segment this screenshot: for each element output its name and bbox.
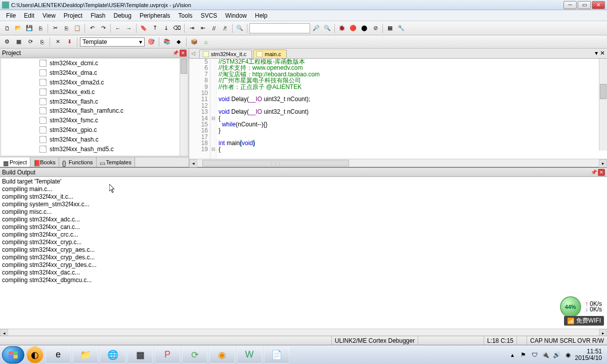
breakpoint-toggle-icon[interactable]: ⬤ bbox=[359, 23, 369, 33]
task-app-icon[interactable]: ▦ bbox=[127, 346, 153, 363]
start-button[interactable] bbox=[2, 346, 24, 363]
task-ie-icon[interactable]: e bbox=[46, 346, 71, 363]
menu-peripherals[interactable]: Peripherals bbox=[136, 11, 175, 20]
tab-nav-left-icon[interactable]: ◁ bbox=[191, 51, 195, 56]
task-explorer-icon[interactable]: 📁 bbox=[73, 346, 98, 363]
menu-edit[interactable]: Edit bbox=[20, 11, 38, 20]
nav-back-icon[interactable]: ← bbox=[113, 23, 123, 33]
save-icon[interactable]: 💾 bbox=[24, 23, 34, 33]
menu-debug[interactable]: Debug bbox=[110, 11, 136, 20]
maximize-button[interactable]: ▭ bbox=[578, 1, 591, 9]
tree-file[interactable]: stm32f4xx_fsmc.c bbox=[1, 116, 188, 125]
code-editor[interactable]: 5678910111213141516171819 ⊟⊟ //STM32F4工程… bbox=[189, 59, 607, 159]
tray-vol-icon[interactable]: 🔊 bbox=[553, 351, 561, 359]
tab-menu-icon[interactable]: ▾ bbox=[595, 50, 598, 57]
editor-tab[interactable]: main.c bbox=[253, 50, 286, 58]
incremental-find-icon[interactable]: 🔍 bbox=[322, 23, 332, 33]
editor-hscroll[interactable]: ◂ ⋮⋮⋮ ▸ bbox=[189, 159, 607, 167]
uncomment-icon[interactable]: /! bbox=[220, 23, 230, 33]
breakpoint-disable-icon[interactable]: ⊘ bbox=[370, 23, 380, 33]
menu-svcs[interactable]: SVCS bbox=[197, 11, 222, 20]
stop-build-icon[interactable]: ⨯ bbox=[53, 37, 63, 47]
tree-file[interactable]: stm32f4xx_dma.c bbox=[1, 68, 188, 78]
find-in-files-icon[interactable]: 🔍 bbox=[235, 23, 245, 33]
translate-icon[interactable]: ⚙ bbox=[2, 37, 12, 47]
build-output-text[interactable]: Build target 'Template'compiling main.c.… bbox=[0, 177, 607, 329]
task-word-icon[interactable]: W bbox=[237, 346, 262, 363]
close-pane-icon[interactable]: ✕ bbox=[598, 169, 605, 176]
redo-icon[interactable]: ↷ bbox=[98, 23, 108, 33]
batch-build-icon[interactable]: ⎘ bbox=[37, 37, 47, 47]
project-tab-project[interactable]: ▦Project bbox=[0, 157, 30, 167]
build-icon[interactable]: ▦ bbox=[14, 37, 24, 47]
close-editor-icon[interactable]: ✕ bbox=[600, 50, 605, 57]
project-tab-functions[interactable]: {}Functions bbox=[59, 157, 97, 167]
menu-flash[interactable]: Flash bbox=[86, 11, 109, 20]
pin-icon[interactable]: 📌 bbox=[591, 169, 597, 175]
tree-file[interactable]: stm32f4xx_gpio.c bbox=[1, 125, 188, 135]
editor-tab[interactable]: stm32f4xx_it.c bbox=[199, 50, 252, 58]
task-chrome-icon[interactable]: ◐ bbox=[26, 346, 44, 363]
minimize-button[interactable]: ─ bbox=[563, 1, 577, 9]
find-icon[interactable]: 🔎 bbox=[311, 23, 321, 33]
bookmark-next-icon[interactable]: ⤓ bbox=[161, 23, 171, 33]
tray-clock[interactable]: 11:51 2015/4/10 bbox=[575, 348, 602, 361]
tray-misc-icon[interactable]: ◉ bbox=[564, 351, 572, 359]
task-foxit-icon[interactable]: ◉ bbox=[209, 346, 235, 363]
network-widget[interactable]: 44% 0K/s 0K/s bbox=[560, 296, 604, 317]
open-file-icon[interactable]: 📂 bbox=[13, 23, 23, 33]
task-app2-icon[interactable]: ⟳ bbox=[182, 346, 207, 363]
pack-installer-icon[interactable]: 📦 bbox=[189, 37, 199, 47]
tree-file[interactable]: stm32f4xx_dcmi.c bbox=[1, 59, 188, 68]
tray-up-icon[interactable]: ▴ bbox=[508, 351, 516, 359]
undo-icon[interactable]: ↶ bbox=[87, 23, 97, 33]
breakpoint-icon[interactable]: 🔴 bbox=[348, 23, 358, 33]
configure-icon[interactable]: 🔧 bbox=[396, 23, 406, 33]
outdent-icon[interactable]: ⇤ bbox=[198, 23, 208, 33]
new-file-icon[interactable]: 🗋 bbox=[2, 23, 12, 33]
bookmark-icon[interactable]: 🔖 bbox=[139, 23, 149, 33]
tree-file[interactable]: stm32f4xx_hash_md5.c bbox=[1, 144, 188, 154]
menu-tools[interactable]: Tools bbox=[175, 11, 197, 20]
paste-icon[interactable]: 📋 bbox=[72, 23, 82, 33]
task-powerpoint-icon[interactable]: P bbox=[155, 346, 180, 363]
books-icon[interactable]: ⌂ bbox=[201, 37, 211, 47]
comment-icon[interactable]: // bbox=[209, 23, 219, 33]
cut-icon[interactable]: ✂ bbox=[50, 23, 60, 33]
debug-icon[interactable]: 🐞 bbox=[337, 23, 347, 33]
tree-file[interactable]: stm32f4xx_exti.c bbox=[1, 87, 188, 97]
copy-icon[interactable]: ⎘ bbox=[61, 23, 71, 33]
rebuild-icon[interactable]: ⟳ bbox=[25, 37, 35, 47]
target-select[interactable]: Template▾ bbox=[80, 37, 145, 47]
pin-icon[interactable]: 📌 bbox=[172, 50, 179, 56]
manage-rte-icon[interactable]: ◆ bbox=[174, 37, 184, 47]
bookmark-clear-icon[interactable]: ⌫ bbox=[172, 23, 182, 33]
tray-shield-icon[interactable]: 🛡 bbox=[531, 351, 539, 359]
menu-help[interactable]: Help bbox=[251, 11, 272, 20]
wifi-tag[interactable]: 📶 免费WIFI bbox=[564, 316, 604, 326]
project-tree[interactable]: stm32f4xx_dcmi.cstm32f4xx_dma.cstm32f4xx… bbox=[1, 58, 188, 156]
tray-net-icon[interactable]: 🔌 bbox=[542, 351, 550, 359]
save-all-icon[interactable]: ⎘ bbox=[35, 23, 46, 33]
close-button[interactable]: ✕ bbox=[592, 1, 605, 9]
close-pane-icon[interactable]: ✕ bbox=[180, 50, 187, 57]
tree-file[interactable]: stm32f4xx_flash_ramfunc.c bbox=[1, 106, 188, 116]
tree-file[interactable]: stm32f4xx_dma2d.c bbox=[1, 78, 188, 87]
manage-icon[interactable]: 📚 bbox=[162, 37, 172, 47]
target-options-icon[interactable]: 🎯 bbox=[146, 37, 156, 47]
tree-file[interactable]: stm32f4xx_hash.c bbox=[1, 134, 188, 144]
bookmark-prev-icon[interactable]: ⤒ bbox=[150, 23, 160, 33]
tray-flag-icon[interactable]: ⚑ bbox=[519, 351, 528, 359]
window-layout-icon[interactable]: ▦ bbox=[385, 23, 395, 33]
nav-fwd-icon[interactable]: → bbox=[124, 23, 134, 33]
menu-view[interactable]: View bbox=[38, 11, 60, 20]
find-combo[interactable] bbox=[249, 23, 310, 33]
menu-window[interactable]: Window bbox=[221, 11, 251, 20]
tree-file[interactable]: stm32f4xx_flash.c bbox=[1, 97, 188, 106]
menu-file[interactable]: File bbox=[2, 11, 20, 20]
task-notepad-icon[interactable]: 📄 bbox=[264, 346, 289, 363]
task-browser-icon[interactable]: 🌐 bbox=[100, 346, 125, 363]
download-icon[interactable]: ⬇ bbox=[64, 37, 74, 47]
menu-project[interactable]: Project bbox=[60, 11, 86, 20]
project-tab-books[interactable]: 📕Books bbox=[30, 157, 59, 167]
